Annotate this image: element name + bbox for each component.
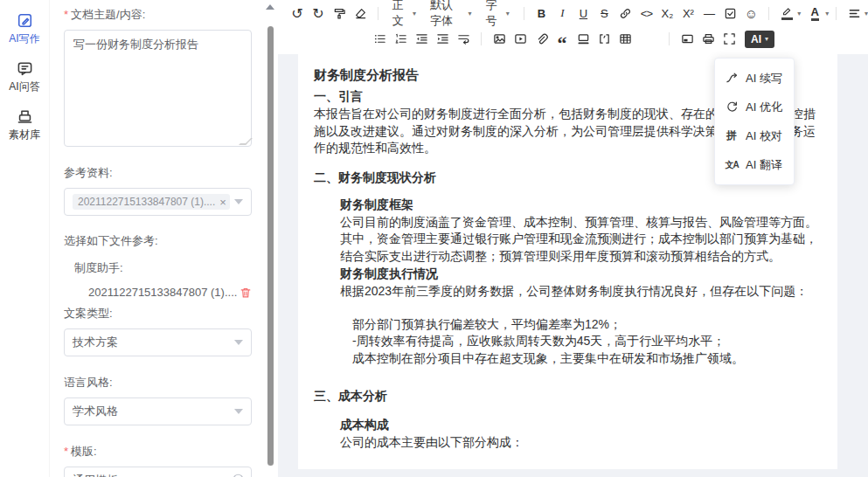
eraser-button[interactable] xyxy=(350,3,371,23)
doc-subheading: 财务制度框架 xyxy=(340,196,822,214)
ai-menu-item-label: AI 翻译 xyxy=(746,157,782,173)
chat-icon xyxy=(17,60,33,77)
topic-textarea[interactable]: 写一份财务制度分析报告 xyxy=(64,30,252,147)
ai-menu-item-proofread[interactable]: 拼 AI 校对 xyxy=(715,121,794,150)
panel-divider-strip xyxy=(263,0,278,477)
copy-type-value: 技术方案 xyxy=(73,335,118,350)
indent-button[interactable] xyxy=(432,30,453,49)
insert-image-button[interactable] xyxy=(489,30,510,49)
link-button[interactable] xyxy=(615,3,635,23)
ai-menu-item-optimize[interactable]: AI 优化 xyxy=(715,93,794,121)
ai-menu-item-translate[interactable]: 文A AI 翻译 xyxy=(715,150,794,179)
fullscreen-button[interactable] xyxy=(719,30,740,49)
ai-menu-item-label: AI 续写 xyxy=(746,71,782,86)
toolbar-separator xyxy=(481,32,482,45)
ai-dropdown-button[interactable]: AI▾ xyxy=(745,31,774,48)
sidebar-item-ai-qa[interactable]: AI问答 xyxy=(0,60,49,94)
emoji-button[interactable]: ☺ xyxy=(740,3,761,23)
superscript-button[interactable]: X² xyxy=(677,3,698,23)
template-label: *模版: xyxy=(64,444,252,460)
doc-heading: 三、成本分析 xyxy=(314,386,822,405)
chevron-down-icon[interactable]: ▾ xyxy=(797,10,801,17)
required-asterisk: * xyxy=(64,445,68,458)
ai-optimize-icon xyxy=(725,100,739,114)
divider-block-button[interactable] xyxy=(573,30,594,49)
chevron-down-icon xyxy=(234,199,243,204)
delete-file-icon[interactable] xyxy=(240,287,252,299)
italic-button[interactable]: I xyxy=(552,3,573,23)
app-window: AI写作 AI问答 素材库 *文档主题/内容: 写一份财务制度分析报告 参考资料… xyxy=(0,0,868,477)
chevron-down-icon: ▾ xyxy=(506,10,510,17)
doc-paragraph: 根据2023年前三季度的财务数据，公司整体财务制度执行情况良好，但存在以下问题： xyxy=(340,283,822,301)
task-checkbox-button[interactable] xyxy=(719,3,740,23)
format-painter-button[interactable] xyxy=(329,3,350,23)
template-value: 通用模板 xyxy=(73,473,118,477)
outdent-button[interactable] xyxy=(411,30,432,49)
ordered-list-button[interactable] xyxy=(390,30,411,49)
paragraph-style-dropdown[interactable]: 正文▾ xyxy=(385,3,423,24)
doc-list-line: 部分部门预算执行偏差较大，平均偏差率为12%； xyxy=(352,316,822,334)
redo-button[interactable]: ↻ xyxy=(308,3,329,23)
style-select[interactable]: 学术风格 xyxy=(64,398,252,425)
insert-video-button[interactable] xyxy=(510,30,531,49)
chevron-down-icon[interactable]: ▾ xyxy=(825,10,829,17)
doc-list-line: 成本控制在部分项目中存在超支现象，主要集中在研发和市场推广领域。 xyxy=(352,350,822,368)
assistant-label: 制度助手: xyxy=(64,260,252,276)
chevron-down-icon xyxy=(234,409,243,414)
undo-button[interactable]: ↺ xyxy=(287,3,308,23)
print-button[interactable] xyxy=(698,30,719,49)
inline-code-button[interactable]: <> xyxy=(635,3,656,23)
file-reference-label: 选择如下文件参考: xyxy=(64,233,252,249)
toolbar-separator xyxy=(378,7,378,20)
ai-writing-form-panel: *文档主题/内容: 写一份财务制度分析报告 参考资料: 202112271513… xyxy=(50,0,263,477)
ai-menu-item-continue[interactable]: AI 续写 xyxy=(715,64,794,93)
reference-select[interactable]: 2021122715133847807 (1).... × xyxy=(64,188,252,216)
font-color-button[interactable]: A xyxy=(804,3,825,23)
sidebar-item-ai-writing[interactable]: AI写作 xyxy=(0,12,49,46)
subscript-button[interactable]: X₂ xyxy=(656,3,677,23)
template-select[interactable]: 通用模板 xyxy=(64,467,252,477)
toolbar-separator xyxy=(524,7,524,20)
attachment-button[interactable] xyxy=(531,30,552,49)
bullet-list-button[interactable] xyxy=(369,30,390,49)
ai-menu-item-label: AI 优化 xyxy=(746,100,782,115)
highlight-color-button[interactable] xyxy=(776,3,797,23)
ai-continue-icon xyxy=(725,72,739,85)
required-asterisk: * xyxy=(64,8,68,21)
reference-tag: 2021122715133847807 (1).... × xyxy=(73,194,230,210)
ai-proofread-icon: 拼 xyxy=(725,128,739,143)
sidebar-item-label: 素材库 xyxy=(9,128,40,142)
line-break-button[interactable] xyxy=(453,30,474,49)
horizontal-rule-button[interactable]: — xyxy=(698,3,719,23)
copy-type-label: 文案类型: xyxy=(64,306,252,321)
doc-list-line: 人力成本：占总成本的35%； xyxy=(352,467,822,470)
bold-button[interactable]: B xyxy=(531,3,552,23)
font-size-dropdown[interactable]: 字号▾ xyxy=(478,3,516,24)
panel-layout-button[interactable] xyxy=(677,30,698,49)
tag-close-icon[interactable]: × xyxy=(219,197,226,208)
insert-table-button[interactable] xyxy=(615,30,635,49)
font-family-dropdown[interactable]: 默认字体▾ xyxy=(423,3,478,24)
align-dropdown[interactable] xyxy=(844,3,865,23)
sidebar-item-label: AI问答 xyxy=(9,80,39,94)
panel-scrollbar-thumb[interactable] xyxy=(267,26,274,466)
doc-subheading: 成本构成 xyxy=(340,416,822,434)
collapse-panel-icon[interactable] xyxy=(266,4,274,10)
chevron-down-icon xyxy=(234,340,243,345)
editor-toolbar-row1: ↺ ↻ 正文▾ 默认字体▾ 字号▾ B I U S xyxy=(278,0,868,26)
reference-label: 参考资料: xyxy=(64,165,252,181)
style-value: 学术风格 xyxy=(73,404,118,419)
code-block-button[interactable] xyxy=(594,30,615,49)
chevron-down-icon[interactable]: ▾ xyxy=(865,10,868,17)
ai-dropdown-menu: AI 续写 AI 优化 拼 AI 校对 文A AI 翻译 xyxy=(714,58,795,185)
underline-button[interactable]: U xyxy=(573,3,594,23)
blockquote-button[interactable]: “ xyxy=(552,30,573,49)
sidebar-item-label: AI写作 xyxy=(9,31,39,46)
copy-type-select[interactable]: 技术方案 xyxy=(64,328,252,356)
toolbar-separator xyxy=(768,7,769,20)
file-row: 2021122715133847807 (1).... xyxy=(64,286,252,299)
sidebar-item-material-library[interactable]: 素材库 xyxy=(0,108,49,142)
strikethrough-button[interactable]: S xyxy=(594,3,615,23)
editor-toolbar-row2: “ AI▾ xyxy=(278,26,868,52)
chevron-down-icon: ▾ xyxy=(765,35,768,43)
